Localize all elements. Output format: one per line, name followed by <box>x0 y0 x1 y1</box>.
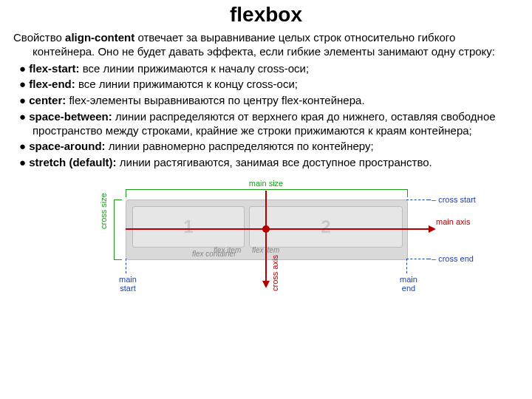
cross-end-line <box>406 259 429 259</box>
desc: линии растягиваются, занимая все доступн… <box>117 156 432 168</box>
cross-size-label: cross size <box>99 193 108 229</box>
diagram-wrap: main size cross size 1 2 flex item flex … <box>13 179 519 304</box>
desc: все линии прижимаются к концу cross-оси; <box>75 78 298 90</box>
intro-prefix: Свойство <box>13 31 65 44</box>
property-list: flex-start: все линии прижимаются к нача… <box>13 62 519 170</box>
main-size-label: main size <box>66 179 466 188</box>
axis-origin-dot <box>262 225 270 233</box>
desc: flex-элементы выравниваются по центру fl… <box>66 94 364 106</box>
cross-size-bracket <box>114 200 122 260</box>
cross-axis-arrow <box>265 191 267 287</box>
cross-axis-label: cross axis <box>270 255 279 291</box>
list-item: space-between: линии распределяются от в… <box>13 110 519 138</box>
intro-paragraph: Свойство align-content отвечает за вырав… <box>13 31 519 59</box>
term: space-between: <box>29 110 112 123</box>
main-size-bracket <box>126 189 408 197</box>
slide: flexbox Свойство align-content отвечает … <box>0 0 532 304</box>
slide-title: flexbox <box>13 3 519 27</box>
main-end-label: main end <box>398 275 420 293</box>
main-start-line <box>126 259 126 273</box>
term: stretch (default): <box>29 156 116 168</box>
flex-item-1: 1 <box>132 206 245 248</box>
cross-start-line <box>406 200 429 200</box>
cross-end-label: – cross end <box>432 254 474 263</box>
lead-icon <box>426 200 431 200</box>
main-start-label: main start <box>117 275 139 293</box>
intro-term: align-content <box>65 31 134 44</box>
list-item: space-around: линии равномерно распредел… <box>13 140 519 154</box>
flexbox-diagram: main size cross size 1 2 flex item flex … <box>66 179 466 304</box>
term: flex-end: <box>29 78 75 90</box>
desc: все линии прижимаются к началу cross-оси… <box>80 62 309 75</box>
lead-icon <box>426 259 431 259</box>
cross-start-label: – cross start <box>432 195 476 204</box>
flex-item-2: 2 <box>249 206 403 248</box>
main-axis-label: main axis <box>436 217 470 226</box>
main-end-line <box>406 259 407 273</box>
list-item: flex-start: все линии прижимаются к нача… <box>13 62 519 76</box>
flex-container-label: flex container <box>192 250 236 258</box>
term: center: <box>29 94 66 106</box>
desc: линии равномерно распределяются по конте… <box>106 140 374 152</box>
list-item: center: flex-элементы выравниваются по ц… <box>13 94 519 108</box>
main-axis-arrow <box>126 228 434 230</box>
term: space-around: <box>29 140 105 152</box>
list-item: flex-end: все линии прижимаются к концу … <box>13 78 519 92</box>
list-item: stretch (default): линии растягиваются, … <box>13 156 519 170</box>
term: flex-start: <box>29 62 79 75</box>
